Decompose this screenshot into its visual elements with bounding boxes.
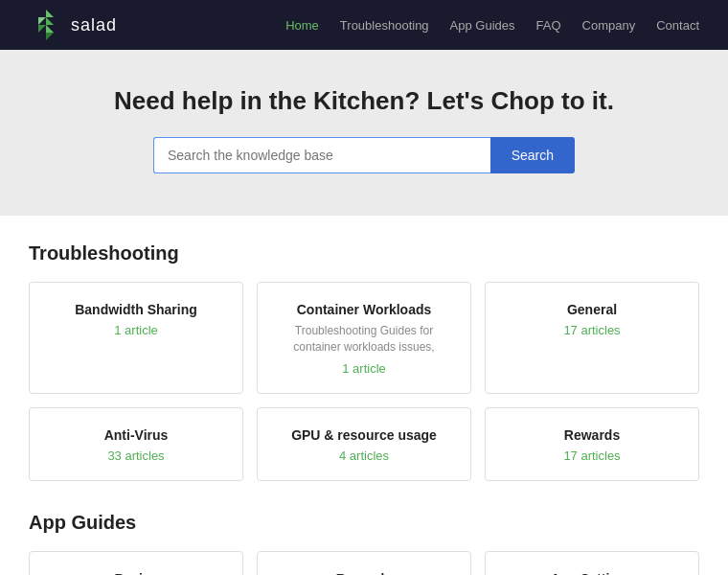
card-container-workloads[interactable]: Container Workloads Troubleshooting Guid… — [257, 282, 471, 394]
brand[interactable]: salad — [29, 8, 117, 42]
troubleshooting-section: Troubleshooting Bandwidth Sharing 1 arti… — [29, 242, 699, 481]
hero-section: Need help in the Kitchen? Let's Chop to … — [0, 50, 728, 216]
card-count: 33 articles — [45, 448, 227, 463]
search-button[interactable]: Search — [490, 137, 575, 173]
navbar: salad Home Troubleshooting App Guides FA… — [0, 0, 728, 50]
nav-app-guides[interactable]: App Guides — [450, 18, 515, 33]
nav-contact[interactable]: Contact — [656, 18, 699, 33]
search-bar: Search — [153, 137, 575, 173]
card-general[interactable]: General 17 articles — [485, 282, 699, 394]
card-title: Basics — [45, 571, 227, 575]
card-anti-virus[interactable]: Anti-Virus 33 articles — [29, 407, 243, 481]
card-title: Rewards — [273, 571, 455, 575]
card-count: 1 article — [45, 323, 227, 337]
card-title: Container Workloads — [273, 302, 455, 317]
troubleshooting-card-grid: Bandwidth Sharing 1 article Container Wo… — [29, 282, 699, 481]
card-gpu-resource[interactable]: GPU & resource usage 4 articles — [257, 407, 471, 481]
card-title: App Settings — [501, 571, 683, 575]
card-rewards-troubleshooting[interactable]: Rewards 17 articles — [485, 407, 699, 481]
svg-marker-3 — [38, 25, 46, 33]
card-basics[interactable]: Basics 14 articles — [29, 551, 243, 575]
card-desc: Troubleshooting Guides for container wor… — [273, 323, 455, 356]
card-title: Anti-Virus — [45, 427, 227, 443]
search-input[interactable] — [153, 137, 490, 173]
card-count: 17 articles — [501, 448, 683, 463]
card-title: General — [501, 302, 683, 317]
brand-name: salad — [71, 15, 117, 35]
card-count: 4 articles — [273, 448, 455, 463]
card-title: Rewards — [501, 427, 683, 443]
card-title: Bandwidth Sharing — [45, 302, 227, 317]
svg-marker-2 — [38, 17, 46, 25]
svg-marker-4 — [46, 25, 54, 33]
salad-logo-icon — [29, 8, 63, 42]
hero-title: Need help in the Kitchen? Let's Chop to … — [19, 86, 709, 116]
svg-marker-5 — [46, 33, 54, 40]
card-count: 1 article — [273, 361, 455, 376]
card-title: GPU & resource usage — [273, 427, 455, 443]
main-content: Troubleshooting Bandwidth Sharing 1 arti… — [0, 216, 728, 575]
svg-marker-1 — [46, 17, 54, 25]
nav-company[interactable]: Company — [582, 18, 636, 33]
nav-home[interactable]: Home — [285, 18, 319, 33]
app-guides-section: App Guides Basics 14 articles Rewards 9 … — [29, 512, 699, 575]
card-rewards-appguides[interactable]: Rewards 9 articles — [257, 551, 471, 575]
card-app-settings[interactable]: App Settings 13 articles — [485, 551, 699, 575]
nav-faq[interactable]: FAQ — [536, 18, 561, 33]
svg-marker-0 — [46, 10, 54, 17]
nav-links: Home Troubleshooting App Guides FAQ Comp… — [285, 17, 699, 33]
app-guides-title: App Guides — [29, 512, 699, 534]
card-count: 17 articles — [501, 323, 683, 337]
app-guides-card-grid: Basics 14 articles Rewards 9 articles Ap… — [29, 551, 699, 575]
card-bandwidth-sharing[interactable]: Bandwidth Sharing 1 article — [29, 282, 243, 394]
troubleshooting-title: Troubleshooting — [29, 242, 699, 264]
nav-troubleshooting[interactable]: Troubleshooting — [340, 18, 429, 33]
